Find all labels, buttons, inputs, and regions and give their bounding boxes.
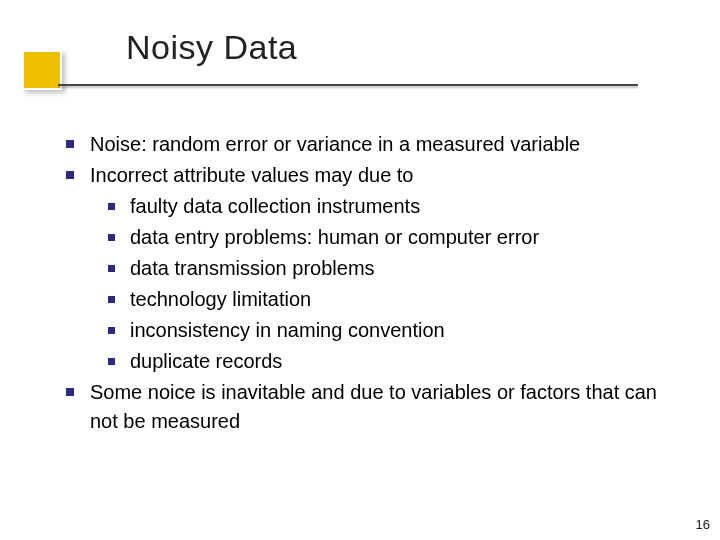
slide-title: Noisy Data	[126, 28, 297, 67]
bullet-level2: data transmission problems	[60, 254, 680, 283]
slide: Noisy Data Noise: random error or varian…	[0, 0, 720, 540]
bullet-level1: Some noice is inavitable and due to vari…	[60, 378, 680, 436]
bullet-level1: Noise: random error or variance in a mea…	[60, 130, 680, 159]
bullet-level2: inconsistency in naming convention	[60, 316, 680, 345]
bullet-level2: faulty data collection instruments	[60, 192, 680, 221]
bullet-level2: technology limitation	[60, 285, 680, 314]
bullet-level2: data entry problems: human or computer e…	[60, 223, 680, 252]
slide-body: Noise: random error or variance in a mea…	[60, 130, 680, 438]
title-underline	[58, 84, 638, 86]
bullet-level1: Incorrect attribute values may due to	[60, 161, 680, 190]
page-number: 16	[696, 517, 710, 532]
bullet-level2: duplicate records	[60, 347, 680, 376]
accent-box	[22, 50, 62, 90]
